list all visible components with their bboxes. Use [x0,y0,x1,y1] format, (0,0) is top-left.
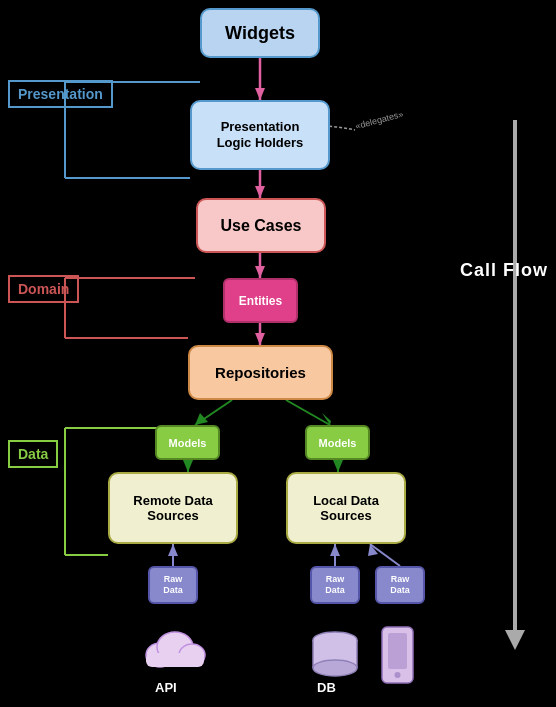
local-data-sources-box: Local Data Sources [286,472,406,544]
svg-point-39 [313,660,357,676]
call-flow-label: Call Flow [460,260,548,281]
repositories-box: Repositories [188,345,333,400]
raw-data-2-box: Raw Data [310,566,360,604]
raw-data-1-box: Raw Data [148,566,198,604]
call-flow-area: Call Flow [460,260,548,281]
svg-line-17 [195,400,232,425]
api-cloud [140,625,210,675]
raw-data-3-box: Raw Data [375,566,425,604]
svg-marker-12 [255,186,265,198]
svg-line-29 [370,544,400,566]
svg-marker-24 [333,460,343,472]
svg-marker-18 [195,413,208,425]
domain-label: Domain [8,275,79,303]
svg-marker-28 [330,544,340,556]
svg-rect-36 [146,653,204,667]
delegates-annotation: «delegates» [355,110,405,132]
svg-marker-32 [505,630,525,650]
models-right-box: Models [305,425,370,460]
svg-marker-14 [255,266,265,278]
presentation-label: Presentation [8,80,113,108]
db-shape [310,630,360,675]
plh-box: Presentation Logic Holders [190,100,330,170]
svg-line-19 [286,400,330,425]
svg-marker-30 [368,544,378,556]
svg-rect-43 [388,633,407,669]
db-label: DB [317,680,336,695]
data-label: Data [8,440,58,468]
remote-data-sources-box: Remote Data Sources [108,472,238,544]
svg-marker-16 [255,333,265,345]
svg-point-44 [395,672,401,678]
api-label: API [155,680,177,695]
entities-box: Entities [223,278,298,323]
models-left-box: Models [155,425,220,460]
svg-marker-20 [322,413,331,425]
widgets-box: Widgets [200,8,320,58]
svg-marker-10 [255,88,265,100]
usecases-box: Use Cases [196,198,326,253]
svg-marker-22 [183,460,193,472]
svg-marker-26 [168,544,178,556]
phone-shape [380,625,415,680]
